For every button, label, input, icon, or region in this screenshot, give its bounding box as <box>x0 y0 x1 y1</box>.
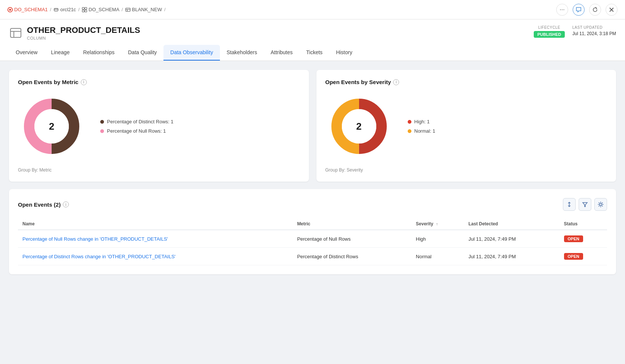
svg-marker-23 <box>583 203 587 207</box>
events-table: Name Metric Severity ↑ Last Detected Sta… <box>18 218 607 265</box>
tab-tickets[interactable]: Tickets <box>300 45 330 61</box>
close-icon <box>609 7 614 12</box>
lifecycle-label: LIFECYCLE <box>534 25 565 30</box>
schema-icon-2 <box>82 7 87 12</box>
row1-severity: High <box>411 230 464 248</box>
breadcrumb-item-1[interactable]: DO_SCHEMA1 <box>7 7 48 12</box>
events-table-body: Percentage of Null Rows change in 'OTHER… <box>18 230 607 265</box>
svg-point-1 <box>9 9 11 10</box>
table-icon <box>125 7 131 12</box>
tab-lineage[interactable]: Lineage <box>44 45 76 61</box>
legend-item-null: Percentage of Null Rows: 1 <box>100 128 174 134</box>
metric-donut: 2 <box>18 93 85 160</box>
tab-data-quality[interactable]: Data Quality <box>121 45 163 61</box>
severity-center-value: 2 <box>356 121 361 132</box>
metric-group-by: Group By: Metric <box>18 167 300 173</box>
legend-dot-high <box>408 120 411 124</box>
row1-name[interactable]: Percentage of Null Rows change in 'OTHER… <box>18 230 292 248</box>
events-info-icon[interactable]: i <box>63 201 69 207</box>
col-severity[interactable]: Severity ↑ <box>411 218 464 230</box>
breadcrumb-item-4[interactable]: BLANK_NEW <box>125 7 162 12</box>
metric-legend: Percentage of Distinct Rows: 1 Percentag… <box>100 119 174 134</box>
legend-item-distinct: Percentage of Distinct Rows: 1 <box>100 119 174 124</box>
charts-row: Open Events by Metric i 2 <box>9 70 616 182</box>
severity-sort-arrow: ↑ <box>436 222 438 226</box>
chat-icon <box>576 7 582 13</box>
row2-name[interactable]: Percentage of Distinct Rows change in 'O… <box>18 248 292 265</box>
tab-attributes[interactable]: Attributes <box>264 45 299 61</box>
main-content: Open Events by Metric i 2 <box>0 61 625 283</box>
lifecycle-block: LIFECYCLE PUBLISHED <box>534 25 565 37</box>
lifecycle-badge: PUBLISHED <box>534 31 565 38</box>
chart-severity-title: Open Events by Severity i <box>325 79 607 85</box>
chart-metric-body: 2 Percentage of Distinct Rows: 1 Percent… <box>18 93 300 160</box>
last-updated-value: Jul 11, 2024, 3:18 PM <box>572 31 616 36</box>
refresh-button[interactable] <box>589 4 601 16</box>
row2-status: OPEN <box>560 248 607 265</box>
row1-metric: Percentage of Null Rows <box>292 230 411 248</box>
tab-overview[interactable]: Overview <box>9 45 44 61</box>
events-header: Open Events (2) i <box>18 198 607 211</box>
legend-dot-distinct <box>100 120 104 124</box>
entity-subtitle: COLUMN <box>27 36 140 40</box>
svg-rect-2 <box>54 8 58 11</box>
row1-last-detected: Jul 11, 2024, 7:49 PM <box>464 230 560 248</box>
filter-icon <box>582 201 588 207</box>
entity-title: OTHER_PRODUCT_DETAILS <box>27 25 140 35</box>
svg-point-24 <box>600 203 602 206</box>
svg-rect-4 <box>82 7 84 9</box>
entity-header: OTHER_PRODUCT_DETAILS COLUMN LIFECYCLE P… <box>9 25 616 40</box>
svg-rect-5 <box>85 7 87 9</box>
col-status: Status <box>560 218 607 230</box>
legend-dot-null <box>100 129 104 133</box>
tab-history[interactable]: History <box>329 45 359 61</box>
sort-button[interactable] <box>563 198 576 211</box>
severity-legend: High: 1 Normal: 1 <box>408 119 435 134</box>
settings-button[interactable] <box>594 198 607 211</box>
legend-item-high: High: 1 <box>408 119 435 124</box>
breadcrumb-item-3[interactable]: DO_SCHEMA <box>82 7 119 12</box>
table-row: Percentage of Distinct Rows change in 'O… <box>18 248 607 265</box>
chart-severity-card: Open Events by Severity i 2 <box>316 70 616 182</box>
events-actions <box>563 198 607 211</box>
last-updated-label: LAST UPDATED <box>572 25 616 30</box>
tab-relationships[interactable]: Relationships <box>76 45 121 61</box>
close-button[interactable] <box>606 4 618 16</box>
entity-title-block: OTHER_PRODUCT_DETAILS COLUMN <box>9 25 140 40</box>
breadcrumb: DO_SCHEMA1 / orcl21c / DO_SCHEMA / BLANK… <box>7 7 166 12</box>
sort-icon <box>566 201 572 207</box>
chart-severity-body: 2 High: 1 Normal: 1 <box>325 93 607 160</box>
col-last-detected: Last Detected <box>464 218 560 230</box>
severity-group-by: Group By: Severity <box>325 167 607 173</box>
chart-metric-title: Open Events by Metric i <box>18 79 300 85</box>
tab-data-observability[interactable]: Data Observability <box>163 45 220 61</box>
tab-stakeholders[interactable]: Stakeholders <box>220 45 264 61</box>
severity-donut: 2 <box>325 93 393 160</box>
header-section: OTHER_PRODUCT_DETAILS COLUMN LIFECYCLE P… <box>0 19 625 61</box>
top-bar: DO_SCHEMA1 / orcl21c / DO_SCHEMA / BLANK… <box>0 0 625 19</box>
row1-status: OPEN <box>560 230 607 248</box>
schema-icon-1 <box>7 7 13 12</box>
row2-severity: Normal <box>411 248 464 265</box>
table-row: Percentage of Null Rows change in 'OTHER… <box>18 230 607 248</box>
tabs: Overview Lineage Relationships Data Qual… <box>9 45 616 61</box>
metric-center-value: 2 <box>49 121 54 132</box>
db-icon <box>53 7 59 12</box>
refresh-icon <box>592 7 598 13</box>
events-card: Open Events (2) i <box>9 189 616 274</box>
chat-button[interactable] <box>573 4 585 16</box>
breadcrumb-item-2[interactable]: orcl21c <box>53 7 76 12</box>
last-updated-block: LAST UPDATED Jul 11, 2024, 3:18 PM <box>572 25 616 36</box>
severity-info-icon[interactable]: i <box>393 79 399 85</box>
legend-item-normal: Normal: 1 <box>408 128 435 134</box>
events-title: Open Events (2) i <box>18 201 69 208</box>
column-icon <box>10 27 22 39</box>
col-name: Name <box>18 218 292 230</box>
col-metric: Metric <box>292 218 411 230</box>
more-button[interactable]: ··· <box>556 4 568 16</box>
gear-icon <box>598 201 604 207</box>
row2-last-detected: Jul 11, 2024, 7:49 PM <box>464 248 560 265</box>
events-table-header: Name Metric Severity ↑ Last Detected Sta… <box>18 218 607 230</box>
filter-button[interactable] <box>579 198 591 211</box>
metric-info-icon[interactable]: i <box>81 79 87 85</box>
